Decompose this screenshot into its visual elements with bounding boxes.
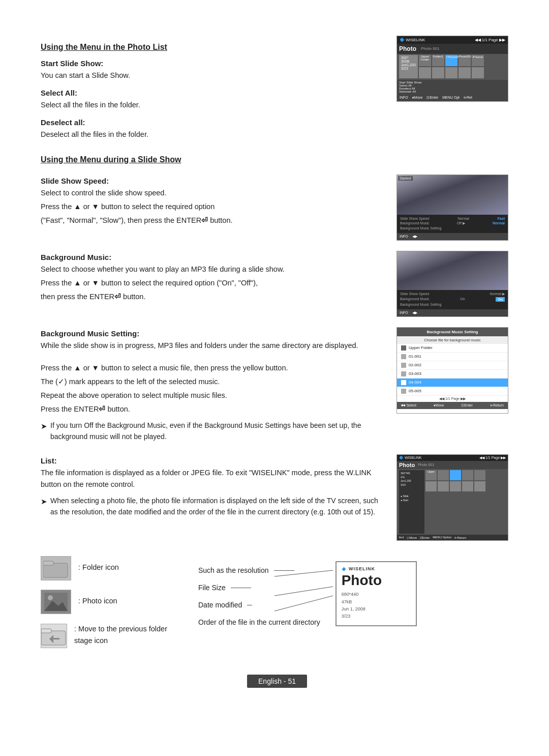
screenshot-slideshow-speed: Started Slide Show Speed Normal Fast Bac…	[396, 175, 508, 241]
bg-music-detail1: Press the ▲ or ▼ button to select the re…	[41, 277, 381, 289]
ss2-menubar: INFO◀▶	[397, 233, 508, 240]
ss4-row-05: 05-005	[397, 387, 508, 396]
ss1-header: 🔷 WISELINK◀◀ 1/1 Page ▶▶	[397, 36, 508, 44]
bg-music-setting-text1: While the slide show is in progress, MP3…	[41, 340, 381, 352]
prevfolder-icon-label: : Move to the previous folder stage icon	[74, 623, 183, 647]
ss4-footer: ■■ Select♦Move⊡Enter⊳Return	[397, 402, 508, 409]
bg-music-note: ➤ If you turn Off the Background Music, …	[41, 420, 381, 443]
slide-show-speed-detail1: Press the ▲ or ▼ button to select the re…	[41, 201, 381, 213]
list-label: List:	[41, 456, 381, 465]
slide-show-speed-text: Select to control the slide show speed.	[41, 187, 381, 199]
icon-legend: : Folder icon : Photo icon	[41, 556, 183, 649]
ss4-row-04: 04-004	[397, 379, 508, 387]
screenshot-photo-list: 🔷 WISELINK◀◀ 1/1 Page ▶▶ Photo Photo 001…	[396, 36, 508, 102]
start-slide-show-label: Start Slide Show:	[41, 59, 381, 68]
ss4-title: Background Music Setting	[397, 328, 508, 336]
footer-bar: English - 51	[41, 670, 513, 688]
svg-point-3	[48, 595, 53, 600]
slide-show-speed-detail2: ("Fast", "Normal", "Slow"), then press t…	[41, 215, 381, 226]
list-text1: The file information is displayed as a f…	[41, 467, 381, 490]
svg-rect-8	[52, 638, 59, 639]
screenshot-bg-music: Slide Show Speed Normal ▶ Background Mus…	[396, 251, 508, 317]
bg-music-label: Background Music:	[41, 253, 381, 261]
bg-music-setting-text5: Press the ENTER⏎ button.	[41, 403, 381, 415]
ss4-row-upperfolder: Upper Folder	[397, 344, 508, 353]
bg-music-setting-text2: Press the ▲ or ▼ button to select a musi…	[41, 362, 381, 374]
svg-rect-6	[41, 629, 51, 633]
photo-icon	[41, 590, 71, 614]
bg-music-detail2: then press the ENTER⏎ button.	[41, 291, 381, 303]
info-panel: Such as the resolution File Size Date mo…	[198, 556, 513, 626]
wiselink-info-box: 🔷 WISELINK Photo 680*440 47kB Jun 1, 200…	[336, 561, 417, 626]
screenshot-bg-music-setting: Background Music Setting Choose file for…	[396, 327, 508, 414]
ss4-subtitle: Choose file for background music	[397, 336, 508, 344]
ss4-row-02: 02-002	[397, 361, 508, 370]
ss3-menubar: INFO◀▶	[397, 309, 508, 316]
filesize-label: File Size	[198, 584, 226, 592]
screenshot-list: 🔷 WISELINK◀◀ 1/1 Page ▶▶ Photo Photo 001…	[396, 454, 508, 541]
section2: Using the Menu during a Slide Show Slide…	[41, 155, 513, 541]
section1-title: Using the Menu in the Photo List	[41, 43, 381, 52]
ss4-row-01: 01-001	[397, 353, 508, 361]
start-slide-show-text: You can start a Slide Show.	[41, 70, 381, 81]
section1: Using the Menu in the Photo List Start S…	[41, 31, 513, 143]
resolution-label: Such as the resolution	[198, 566, 269, 574]
ss4-row-03: 03-003	[397, 370, 508, 379]
select-all-label: Select All:	[41, 89, 381, 97]
order-label: Order of the file in the current directo…	[198, 618, 320, 626]
bg-music-text: Select to choose whether you want to pla…	[41, 264, 381, 275]
photo-icon-row: : Photo icon	[41, 590, 183, 614]
folder-icon-row: : Folder icon	[41, 556, 183, 580]
bottom-section: : Folder icon : Photo icon	[41, 556, 513, 649]
prevfolder-icon	[41, 624, 67, 648]
datemod-label: Date modified	[198, 601, 242, 609]
bg-music-setting-text3: The (✓) mark appears to the left of the …	[41, 376, 381, 388]
deselect-all-label: Deselect all:	[41, 118, 381, 127]
wiselink-title: Photo	[342, 573, 411, 588]
slide-show-speed-label: Slide Show Speed:	[41, 177, 381, 185]
photo-icon-label: : Photo icon	[78, 595, 117, 607]
wiselink-brand: 🔷 WISELINK	[342, 566, 411, 571]
section2-title: Using the Menu during a Slide Show	[41, 155, 513, 164]
folder-icon	[41, 556, 71, 580]
footer-text: English - 51	[247, 675, 307, 688]
prevfolder-icon-row: : Move to the previous folder stage icon	[41, 623, 183, 649]
folder-icon-label: : Folder icon	[78, 562, 119, 573]
wiselink-details: 680*440 47kB Jun 1, 2008 3/23	[342, 591, 411, 620]
bg-music-setting-text4: Repeat the above operation to select mul…	[41, 390, 381, 401]
deselect-all-text: Deselect all the files in the folder.	[41, 129, 381, 140]
select-all-text: Select all the files in the folder.	[41, 99, 381, 111]
ss1-menubar: INFO♦Move⊡EnterMENU Opt⊳Ret	[397, 94, 508, 101]
list-note: ➤ When selecting a photo file, the photo…	[41, 495, 381, 518]
svg-rect-1	[43, 561, 53, 565]
bg-music-setting-label: Background Music Setting:	[41, 329, 381, 338]
